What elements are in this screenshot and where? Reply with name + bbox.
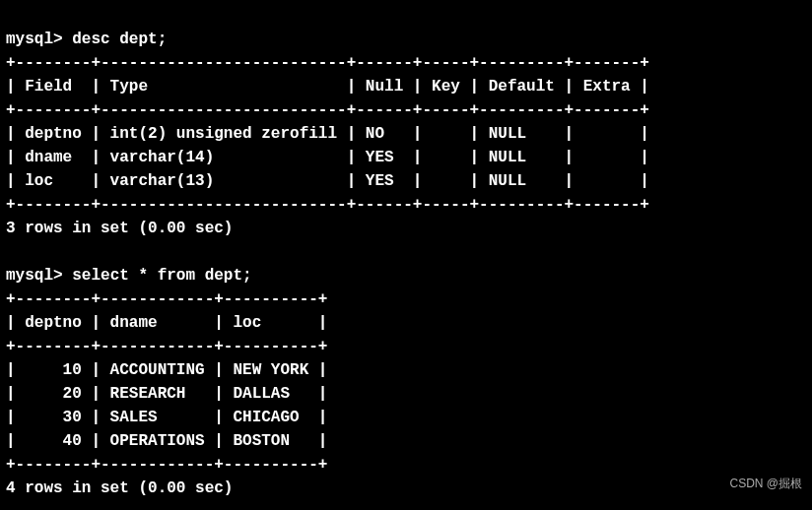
desc-header: | Field | Type | Null | Key | Default | … [6,78,649,96]
terminal-output: mysql> desc dept; +--------+------------… [6,4,806,500]
sel-border: +--------+------------+----------+ [6,338,327,355]
sel-border: +--------+------------+----------+ [6,290,327,308]
table-row: | loc | varchar(13) | YES | | NULL | | [6,172,649,190]
table-row: | dname | varchar(14) | YES | | NULL | | [6,149,649,166]
table-row: | deptno | int(2) unsigned zerofill | NO… [6,125,649,143]
sel-header: | deptno | dname | loc | [6,314,327,332]
result-summary: 3 rows in set (0.00 sec) [6,220,233,237]
command-desc: desc dept; [72,31,167,48]
prompt: mysql> [6,31,63,48]
prompt: mysql> [6,267,63,285]
desc-border: +--------+--------------------------+---… [6,196,649,214]
table-row: | 20 | RESEARCH | DALLAS | [6,385,327,403]
table-row: | 30 | SALES | CHICAGO | [6,409,327,426]
desc-border: +--------+--------------------------+---… [6,101,649,119]
sel-border: +--------+------------+----------+ [6,456,327,474]
table-row: | 40 | OPERATIONS | BOSTON | [6,432,327,450]
result-summary: 4 rows in set (0.00 sec) [6,479,233,497]
desc-border: +--------+--------------------------+---… [6,54,649,72]
watermark: CSDN @掘根 [729,475,802,492]
table-row: | 10 | ACCOUNTING | NEW YORK | [6,361,327,379]
command-select: select * from dept; [72,267,251,285]
